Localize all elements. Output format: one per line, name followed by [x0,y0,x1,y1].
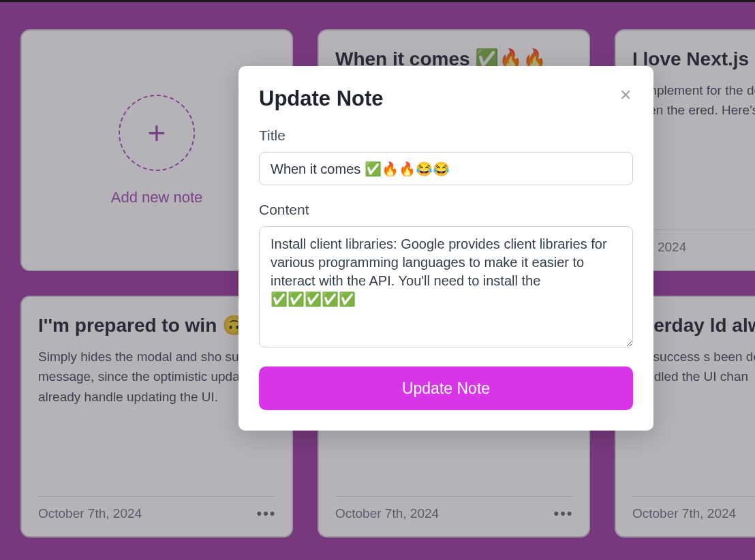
modal-header: Update Note ✕ [259,87,633,111]
title-label: Title [259,127,633,144]
content-textarea[interactable] [259,226,633,347]
content-label: Content [259,202,633,218]
modal-heading: Update Note [259,87,384,111]
title-input[interactable] [259,152,633,185]
close-icon[interactable]: ✕ [619,87,633,103]
update-note-modal: Update Note ✕ Title Content Update Note [238,66,653,431]
update-note-button[interactable]: Update Note [259,367,633,410]
